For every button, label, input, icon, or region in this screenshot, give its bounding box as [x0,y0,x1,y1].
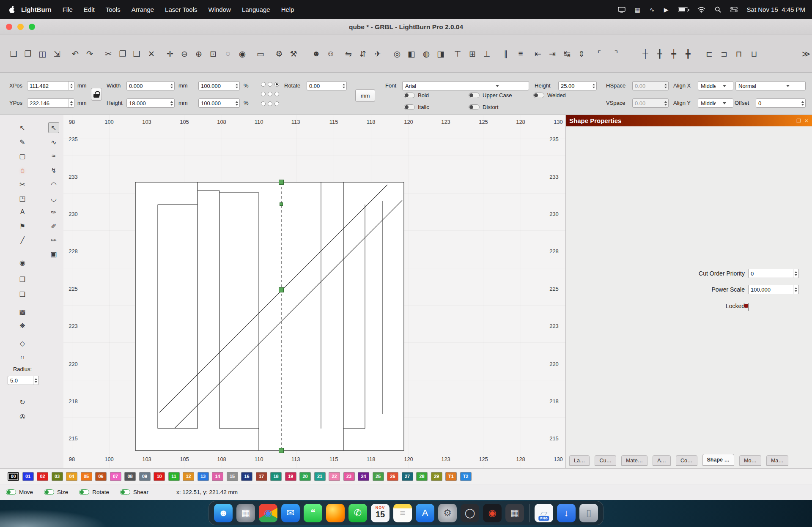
cut-order-priority-input[interactable]: 0 [748,269,799,278]
italic-toggle[interactable]: Italic [404,102,429,112]
anchor-middle-center[interactable] [268,92,272,96]
downloads-dock-icon[interactable]: ↓ [557,504,576,522]
push-right-icon[interactable]: ⊐ [718,47,730,60]
menu-item[interactable]: Edit [84,6,95,13]
play-icon[interactable]: ▶ [664,6,669,13]
frame-icon[interactable]: ◌ [222,47,234,60]
welded-toggle[interactable]: Welded [533,90,566,100]
account-icon[interactable]: ☺ [324,47,337,60]
menu-item[interactable]: Language [242,6,270,13]
width-percent-stepper[interactable] [234,82,239,90]
align-left-icon[interactable]: ◧ [405,47,418,60]
uppercase-toggle-switch[interactable] [469,93,480,98]
snap-node-icon[interactable]: ╂ [653,47,666,60]
font-height-stepper[interactable] [591,82,596,90]
pen-tool[interactable]: ✐ [48,221,59,232]
units-button[interactable]: mm [355,89,375,102]
control-center-icon[interactable] [730,7,738,12]
cast-icon[interactable] [618,7,625,13]
anchor-top-left[interactable] [261,82,266,87]
facetime-dock-icon[interactable]: ✆ [348,504,367,522]
spotlight-icon[interactable] [715,6,721,13]
flip-vertical-icon[interactable]: ⇵ [357,47,369,60]
grid-app-dock-icon[interactable]: ▦ [505,504,524,522]
corner-tl-icon[interactable]: ⌜ [593,47,606,60]
palette-swatch[interactable]: 12 [183,472,194,481]
palette-swatch[interactable]: 13 [198,472,209,481]
palette-swatch[interactable]: T2 [460,472,472,481]
trash-dock-icon[interactable]: ▯ [579,504,598,522]
palette-swatch[interactable]: 03 [52,472,63,481]
italic-toggle-switch[interactable] [404,104,415,110]
palette-swatch[interactable]: 22 [329,472,340,481]
palette-swatch[interactable]: 02 [37,472,48,481]
palette-swatch[interactable]: 01 [22,472,34,481]
palette-swatch[interactable]: 10 [154,472,165,481]
new-file-icon[interactable]: ❏ [7,47,20,60]
zoom-selection-icon[interactable]: ⊡ [207,47,219,60]
offset-input[interactable]: 0 [756,98,806,108]
distribute-v-icon[interactable]: ≡ [514,47,527,60]
team-icon[interactable]: ☻ [310,47,323,60]
space-v-icon[interactable]: ⇥ [546,47,559,60]
node-select-tool[interactable]: ↖ [48,122,59,133]
chrome-dock-icon[interactable]: ◉ [259,504,277,522]
launchpad-dock-icon[interactable]: ▦ [236,504,255,522]
align-top-icon[interactable]: ⊤ [451,47,464,60]
palette-swatch[interactable]: 21 [314,472,326,481]
cut-icon[interactable]: ✂ [102,47,115,60]
palette-swatch[interactable]: 25 [373,472,384,481]
tab-cuts[interactable]: Cu… [595,455,616,466]
offset-stepper[interactable] [800,99,805,107]
shape-properties-header[interactable]: Shape Properties ❐ ✕ [566,115,812,126]
flip-horizontal-icon[interactable]: ⇋ [342,47,355,60]
palette-swatch[interactable]: 17 [256,472,267,481]
close-panel-icon[interactable]: ✕ [804,118,809,124]
tab-machine[interactable]: Ma… [766,455,788,466]
push-top-icon[interactable]: ⊓ [732,47,745,60]
appstore-dock-icon[interactable]: A [416,504,434,522]
toggle-switch[interactable] [120,489,130,495]
copy-icon[interactable]: ❒ [116,47,129,60]
equal-height-icon[interactable]: ⇕ [575,47,588,60]
ring-app-dock-icon[interactable]: ◯ [461,504,479,522]
apple-menu-icon[interactable] [9,6,15,13]
corner-tr-icon[interactable]: ⌝ [610,47,623,60]
status-toggle[interactable]: Rotate [79,489,109,495]
width-percent-input[interactable]: 100.000 [198,81,240,90]
align-y-combo[interactable]: Middle [698,98,733,108]
edit-nodes-tool[interactable]: ∿ [48,137,59,147]
palette-swatch[interactable]: 27 [402,472,413,481]
arc-down-tool[interactable]: ◡ [48,193,59,204]
uppercase-toggle[interactable]: Upper Case [469,90,512,100]
bold-toggle[interactable]: Bold [404,90,429,100]
capture-icon[interactable]: ◉ [236,47,249,60]
distort-toggle[interactable]: Distort [469,102,499,112]
vspace-input[interactable]: 0.00 [632,98,669,108]
tab-laser[interactable]: La… [569,455,590,466]
preview-window-icon[interactable]: ▭ [254,47,267,60]
anchor-middle-left[interactable] [261,92,266,96]
align-middle-icon[interactable]: ⊞ [466,47,479,60]
palette-swatch[interactable]: 28 [416,472,428,481]
space-h-icon[interactable]: ⇤ [532,47,544,60]
float-panel-icon[interactable]: ❐ [796,118,801,124]
save-file-icon[interactable]: ◫ [36,47,49,60]
align-center-h-icon[interactable]: ◍ [420,47,433,60]
palette-swatch[interactable]: 18 [270,472,282,481]
edit-curves-tool[interactable]: ≈ [48,150,59,161]
wave-icon[interactable]: ∿ [650,6,655,13]
height-stepper[interactable] [169,99,174,107]
undo-icon[interactable]: ↶ [69,47,82,60]
palette-swatch[interactable]: 23 [343,472,355,481]
font-height-input[interactable]: 25.00 [558,81,597,90]
ypos-input[interactable]: 232.146 [27,98,74,108]
messages-dock-icon[interactable]: ❝ [304,504,322,522]
calendar-dock-icon[interactable]: NOV15 [371,504,390,522]
palette-swatch[interactable]: 19 [285,472,296,481]
distort-toggle-switch[interactable] [469,104,480,110]
hspace-stepper[interactable] [663,82,668,90]
app-menu-title[interactable]: LightBurn [21,6,52,13]
selection-handle[interactable] [279,288,284,292]
redo-icon[interactable]: ↷ [83,47,96,60]
